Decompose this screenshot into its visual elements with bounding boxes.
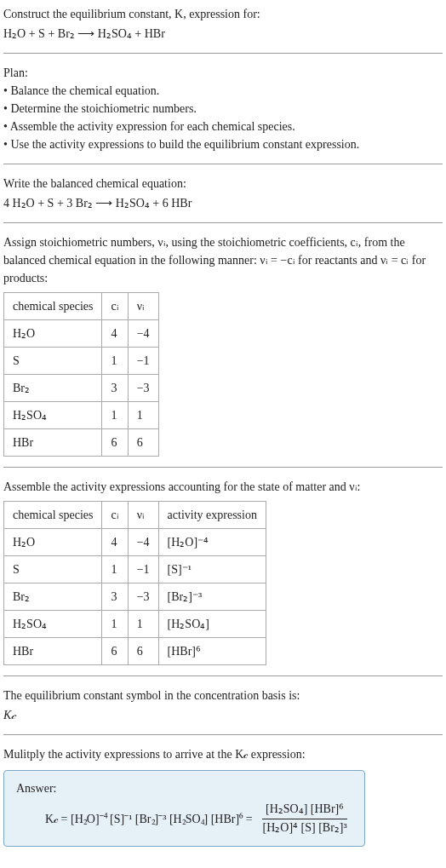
cell-vi: −1 bbox=[128, 556, 158, 583]
cell-species: S bbox=[4, 556, 102, 583]
plan-item: • Balance the chemical equation. bbox=[3, 82, 443, 100]
cell-species: Br₂ bbox=[4, 375, 102, 402]
table-row: H₂O 4 −4 [H₂O]⁻⁴ bbox=[4, 529, 266, 556]
col-species: chemical species bbox=[4, 502, 102, 529]
col-ci: cᵢ bbox=[102, 502, 128, 529]
answer-denominator: [H₂O]⁴ [S] [Br₂]³ bbox=[260, 819, 351, 836]
col-species: chemical species bbox=[4, 293, 102, 320]
divider bbox=[3, 675, 443, 676]
input-equation: H₂O + S + Br₂ ⟶ H₂SO₄ + HBr bbox=[3, 25, 443, 43]
table-header-row: chemical species cᵢ νᵢ activity expressi… bbox=[4, 502, 266, 529]
divider bbox=[3, 164, 443, 164]
table-row: S 1 −1 [S]⁻¹ bbox=[4, 556, 266, 583]
cell-activity: [S]⁻¹ bbox=[158, 556, 266, 583]
prompt-text: Construct the equilibrium constant, K, e… bbox=[3, 8, 260, 20]
table-row: Br₂ 3 −3 bbox=[4, 375, 159, 402]
cell-species: HBr bbox=[4, 429, 102, 457]
divider bbox=[3, 467, 443, 468]
cell-ci: 4 bbox=[102, 529, 128, 556]
cell-vi: −3 bbox=[128, 375, 158, 402]
cell-activity: [Br₂]⁻³ bbox=[158, 583, 266, 611]
answer-fraction: [H₂SO₄] [HBr]⁶ [H₂O]⁴ [S] [Br₂]³ bbox=[260, 802, 351, 836]
cell-species: H₂SO₄ bbox=[4, 611, 102, 638]
balanced-label: Write the balanced chemical equation: bbox=[3, 175, 443, 193]
table-header-row: chemical species cᵢ νᵢ bbox=[4, 293, 159, 320]
kc-symbol: K𝒸 bbox=[3, 706, 443, 724]
table-row: HBr 6 6 [HBr]⁶ bbox=[4, 638, 266, 665]
cell-vi: 1 bbox=[128, 402, 158, 429]
activity-table: chemical species cᵢ νᵢ activity expressi… bbox=[3, 501, 266, 665]
plan-item: • Assemble the activity expression for e… bbox=[3, 118, 443, 135]
col-vi: νᵢ bbox=[128, 293, 158, 320]
activity-intro: Assemble the activity expressions accoun… bbox=[3, 478, 443, 496]
cell-species: H₂O bbox=[4, 320, 102, 348]
divider bbox=[3, 734, 443, 735]
cell-activity: [H₂SO₄] bbox=[158, 611, 266, 638]
divider bbox=[3, 53, 443, 54]
col-activity: activity expression bbox=[158, 502, 266, 529]
cell-ci: 1 bbox=[102, 611, 128, 638]
kc-statement: The equilibrium constant symbol in the c… bbox=[3, 687, 443, 704]
cell-vi: 6 bbox=[128, 638, 158, 665]
table-row: H₂O 4 −4 bbox=[4, 320, 159, 348]
multiply-line: Mulitply the activity expressions to arr… bbox=[3, 745, 443, 763]
stoich-intro: Assign stoichiometric numbers, νᵢ, using… bbox=[3, 233, 443, 287]
prompt-heading: Construct the equilibrium constant, K, e… bbox=[3, 5, 443, 23]
cell-vi: −4 bbox=[128, 529, 158, 556]
cell-ci: 4 bbox=[102, 320, 128, 348]
col-ci: cᵢ bbox=[102, 293, 128, 320]
cell-ci: 6 bbox=[102, 638, 128, 665]
cell-ci: 3 bbox=[102, 583, 128, 611]
table-row: H₂SO₄ 1 1 [H₂SO₄] bbox=[4, 611, 266, 638]
cell-ci: 1 bbox=[102, 348, 128, 375]
cell-vi: 6 bbox=[128, 429, 158, 457]
cell-species: Br₂ bbox=[4, 583, 102, 611]
answer-numerator: [H₂SO₄] [HBr]⁶ bbox=[262, 802, 347, 819]
plan-item: • Use the activity expressions to build … bbox=[3, 135, 443, 153]
cell-vi: 1 bbox=[128, 611, 158, 638]
plan-item: • Determine the stoichiometric numbers. bbox=[3, 100, 443, 118]
cell-ci: 6 bbox=[102, 429, 128, 457]
cell-vi: −4 bbox=[128, 320, 158, 348]
cell-activity: [H₂O]⁻⁴ bbox=[158, 529, 266, 556]
cell-activity: [HBr]⁶ bbox=[158, 638, 266, 665]
table-row: S 1 −1 bbox=[4, 348, 159, 375]
cell-species: H₂O bbox=[4, 529, 102, 556]
answer-label: Answer: bbox=[16, 779, 352, 797]
stoich-table: chemical species cᵢ νᵢ H₂O 4 −4 S 1 −1 B… bbox=[3, 292, 159, 457]
table-row: HBr 6 6 bbox=[4, 429, 159, 457]
divider bbox=[3, 222, 443, 223]
answer-expression: K𝒸 = [H₂O]⁻⁴ [S]⁻¹ [Br₂]⁻³ [H₂SO₄] [HBr]… bbox=[16, 802, 352, 836]
col-vi: νᵢ bbox=[128, 502, 158, 529]
answer-box: Answer: K𝒸 = [H₂O]⁻⁴ [S]⁻¹ [Br₂]⁻³ [H₂SO… bbox=[3, 770, 365, 847]
cell-species: HBr bbox=[4, 638, 102, 665]
table-row: Br₂ 3 −3 [Br₂]⁻³ bbox=[4, 583, 266, 611]
cell-species: H₂SO₄ bbox=[4, 402, 102, 429]
cell-ci: 3 bbox=[102, 375, 128, 402]
cell-species: S bbox=[4, 348, 102, 375]
cell-ci: 1 bbox=[102, 556, 128, 583]
cell-vi: −1 bbox=[128, 348, 158, 375]
answer-lhs: K𝒸 = [H₂O]⁻⁴ [S]⁻¹ [Br₂]⁻³ [H₂SO₄] [HBr]… bbox=[45, 810, 253, 828]
cell-vi: −3 bbox=[128, 583, 158, 611]
plan-heading: Plan: bbox=[3, 64, 443, 82]
balanced-equation: 4 H₂O + S + 3 Br₂ ⟶ H₂SO₄ + 6 HBr bbox=[3, 194, 443, 212]
cell-ci: 1 bbox=[102, 402, 128, 429]
table-row: H₂SO₄ 1 1 bbox=[4, 402, 159, 429]
